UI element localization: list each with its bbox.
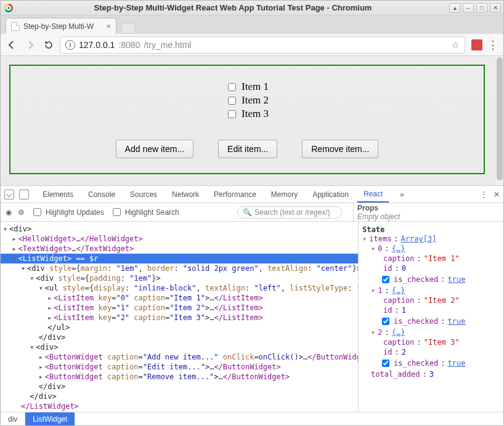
- item-label: Item 1: [242, 81, 269, 93]
- window-buttons: ▴ – □ ✕: [449, 3, 503, 13]
- window-minimize-button[interactable]: –: [463, 3, 474, 13]
- state-caption: caption: "Item 1": [362, 254, 500, 263]
- devtools-tab-console[interactable]: Console: [82, 186, 121, 203]
- add-item-button[interactable]: Add new item...: [116, 140, 194, 158]
- browser-tab[interactable]: Step-by-Step Multi-W ×: [6, 18, 116, 34]
- item-list: Item 1 Item 2 Item 3: [226, 79, 269, 121]
- site-info-icon[interactable]: i: [65, 40, 75, 50]
- state-id: id: 0: [362, 263, 500, 273]
- state-is-checked[interactable]: is_checked: true: [362, 315, 500, 328]
- list-item: Item 2: [226, 94, 269, 107]
- page-scrollbar[interactable]: [495, 56, 503, 185]
- window-restore-button[interactable]: ▴: [449, 3, 460, 13]
- list-item: Item 3: [226, 108, 269, 120]
- react-tree[interactable]: ▾<div> ▸<HelloWidget>…</HelloWidget> ▸<T…: [1, 222, 358, 412]
- react-side-panel: State ▾items: Array[3] ▾0: {…} caption: …: [358, 222, 503, 412]
- url-port: :8080: [118, 40, 140, 50]
- tab-close-icon[interactable]: ×: [106, 22, 111, 31]
- scrollbar-thumb[interactable]: [497, 57, 503, 180]
- address-bar[interactable]: i 127.0.0.1:8080/try_me.html ☆: [60, 36, 465, 54]
- devtools-tab-memory[interactable]: Memory: [265, 186, 304, 203]
- item-checkbox[interactable]: [228, 83, 236, 91]
- highlight-updates-label: Highlight Updates: [46, 208, 104, 217]
- window-close-button[interactable]: ✕: [490, 3, 501, 13]
- react-subbar: ◉ ⚙ Highlight Updates Highlight Search 🔍…: [1, 203, 503, 222]
- react-eye-icon[interactable]: ◉: [6, 208, 12, 217]
- devtools-tab-elements[interactable]: Elements: [36, 186, 79, 203]
- page-canvas: Item 1 Item 2 Item 3 Add new item... Edi…: [1, 56, 494, 185]
- highlight-updates-toggle[interactable]: Highlight Updates: [31, 206, 104, 218]
- reload-icon: [43, 39, 54, 50]
- tab-strip: Step-by-Step Multi-W ×: [1, 15, 503, 34]
- state-items-row[interactable]: ▾items: Array[3]: [362, 234, 500, 244]
- devtools-tab-application[interactable]: Application: [306, 186, 355, 203]
- highlight-search-checkbox[interactable]: [113, 208, 121, 216]
- devtools-tab-performance[interactable]: Performance: [208, 186, 262, 203]
- item-label: Item 3: [242, 108, 269, 120]
- state-heading: State: [362, 225, 500, 234]
- forward-button[interactable]: [23, 38, 38, 52]
- devtools-kebab-icon[interactable]: ⋮: [480, 190, 487, 199]
- props-heading: Props: [357, 204, 498, 212]
- devtools-tabs-overflow[interactable]: »: [394, 186, 410, 203]
- search-icon: 🔍: [243, 208, 252, 217]
- devtools-tab-react[interactable]: React: [357, 186, 389, 203]
- devtools-panel: Elements Console Sources Network Perform…: [1, 185, 503, 425]
- react-settings-icon[interactable]: ⚙: [18, 208, 25, 217]
- state-id: id: 2: [362, 347, 500, 357]
- item-checkbox[interactable]: [228, 110, 236, 118]
- react-search-input[interactable]: 🔍 Search (text or /regex/): [237, 206, 342, 219]
- list-item: Item 1: [226, 81, 269, 93]
- arrow-left-icon: [6, 39, 17, 50]
- state-item[interactable]: ▾1: {…}: [362, 286, 500, 295]
- page-icon: [11, 22, 20, 31]
- devtools-tabbar: Elements Console Sources Network Perform…: [1, 186, 503, 203]
- item-checkbox[interactable]: [228, 97, 236, 105]
- reload-button[interactable]: [41, 38, 56, 52]
- list-widget: Item 1 Item 2 Item 3 Add new item... Edi…: [9, 65, 485, 174]
- state-item[interactable]: ▾0: {…}: [362, 244, 500, 254]
- state-total-added: total_added: 3: [362, 369, 500, 379]
- search-placeholder: Search (text or /regex/): [254, 208, 330, 217]
- back-button[interactable]: [4, 38, 19, 52]
- crumb-root[interactable]: div: [1, 412, 25, 425]
- element-picker-icon[interactable]: [4, 190, 14, 199]
- remove-item-button[interactable]: Remove item...: [302, 140, 378, 158]
- devtools-actions: ⋮ ✕: [480, 190, 500, 199]
- is-checked-checkbox[interactable]: [382, 276, 389, 283]
- devtools-close-icon[interactable]: ✕: [494, 190, 500, 199]
- chromium-logo-icon: [4, 4, 13, 12]
- window-title: Step-by-Step Multi-Widget React Web App …: [17, 3, 449, 12]
- tree-selected-row: ▾<ListWidget> == $r: [1, 254, 358, 263]
- tab-title: Step-by-Step Multi-W: [23, 22, 94, 31]
- extension-icon[interactable]: [471, 39, 482, 50]
- crumb-leaf[interactable]: ListWidget: [25, 412, 75, 425]
- side-header: Props Empty object: [353, 203, 498, 221]
- menu-button[interactable]: ⋮: [486, 38, 500, 52]
- new-tab-button[interactable]: [121, 23, 135, 34]
- devtools-tab-sources[interactable]: Sources: [124, 186, 163, 203]
- is-checked-checkbox[interactable]: [382, 318, 389, 325]
- bookmark-star-icon[interactable]: ☆: [452, 40, 460, 50]
- url-host: 127.0.0.1: [79, 40, 115, 50]
- arrow-right-icon: [25, 39, 36, 50]
- props-empty: Empty object: [357, 212, 498, 221]
- browser-window: Step-by-Step Multi-Widget React Web App …: [0, 0, 504, 426]
- window-titlebar: Step-by-Step Multi-Widget React Web App …: [1, 1, 503, 15]
- highlight-updates-checkbox[interactable]: [33, 208, 41, 216]
- device-toggle-icon[interactable]: [19, 190, 29, 199]
- react-body: ▾<div> ▸<HelloWidget>…</HelloWidget> ▸<T…: [1, 222, 503, 412]
- button-row: Add new item... Edit item... Remove item…: [19, 140, 475, 158]
- highlight-search-toggle[interactable]: Highlight Search: [110, 206, 179, 218]
- state-is-checked[interactable]: is_checked: true: [362, 357, 500, 369]
- edit-item-button[interactable]: Edit item...: [218, 140, 277, 158]
- window-maximize-button[interactable]: □: [476, 3, 487, 13]
- state-is-checked[interactable]: is_checked: true: [362, 273, 500, 286]
- devtools-tab-network[interactable]: Network: [166, 186, 205, 203]
- is-checked-checkbox[interactable]: [382, 360, 389, 367]
- page-area: Item 1 Item 2 Item 3 Add new item... Edi…: [1, 56, 503, 185]
- react-breadcrumb: div ListWidget: [1, 412, 503, 425]
- browser-toolbar: i 127.0.0.1:8080/try_me.html ☆ ⋮: [1, 34, 503, 56]
- highlight-search-label: Highlight Search: [125, 208, 179, 217]
- state-item[interactable]: ▾2: {…}: [362, 328, 500, 337]
